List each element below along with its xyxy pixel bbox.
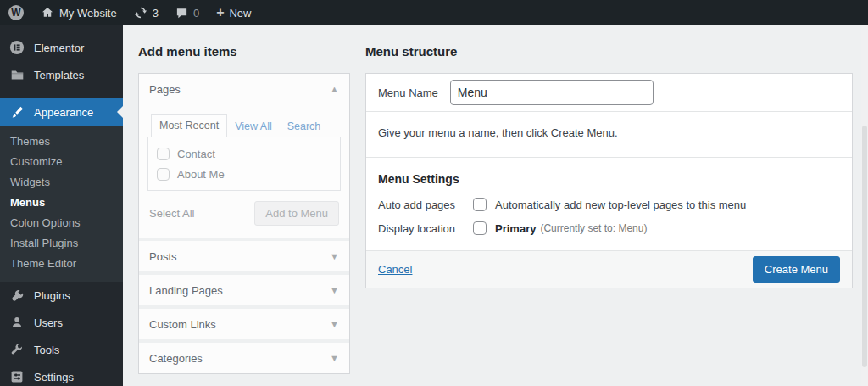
updates-button[interactable]: 3 [125,0,167,25]
chevron-down-icon: ▼ [330,353,339,363]
auto-add-pages-text: Automatically add new top-level pages to… [495,199,746,211]
menu-actions-footer: Cancel Create Menu [366,250,852,288]
comment-icon [175,7,188,20]
sidebar-item-label: Templates [34,69,84,81]
sidebar-item-templates[interactable]: Templates [0,61,123,88]
elementor-icon [8,40,25,55]
custom-links-section-label: Custom Links [149,318,216,331]
menu-name-label: Menu Name [378,87,438,99]
page-scrollbar [861,25,868,386]
accordion-section-posts: Posts ▼ [139,238,349,271]
submenu-item-themes[interactable]: Themes [0,131,123,152]
sidebar-item-users[interactable]: Users [0,309,123,336]
chevron-up-icon: ▲ [330,84,339,94]
sidebar-item-tools[interactable]: Tools [0,336,123,363]
pages-controls: Select All Add to Menu [147,191,341,238]
home-icon [41,6,54,20]
pages-tabs: Most Recent View All Search [147,114,341,137]
tab-search[interactable]: Search [280,115,329,137]
user-icon [8,316,25,329]
sliders-icon [8,370,25,383]
add-menu-items-title: Add menu items [138,44,350,59]
menu-structure-title: Menu structure [365,44,853,59]
create-menu-button[interactable]: Create Menu [753,256,840,283]
updates-icon [134,6,147,20]
new-label: New [229,7,251,20]
sidebar-item-label: Users [34,316,63,329]
submenu-item-install-plugins[interactable]: Install Plugins [0,233,123,254]
select-all-link[interactable]: Select All [149,207,194,220]
paintbrush-icon [8,105,25,120]
admin-sidebar: Elementor Templates Appearance Themes Cu… [0,25,123,386]
scrollbar-thumb[interactable] [862,126,867,367]
wordpress-logo-button[interactable]: W [0,0,32,25]
sidebar-item-label: Elementor [34,42,84,54]
menu-helper-text: Give your menu a name, then click Create… [366,111,852,157]
comments-button[interactable]: 0 [167,0,208,25]
landing-pages-section-label: Landing Pages [149,284,223,297]
contact-checkbox[interactable] [157,148,170,160]
admin-bar: W My Website 3 0 + New [0,0,868,25]
cancel-link[interactable]: Cancel [378,263,412,276]
auto-add-pages-row: Auto add pages Automatically add new top… [378,198,840,211]
sidebar-item-elementor[interactable]: Elementor [0,34,123,61]
submenu-item-theme-editor[interactable]: Theme Editor [0,254,123,274]
display-location-row: Display location Primary (Currently set … [378,221,840,235]
about-me-checkbox[interactable] [157,168,170,181]
menu-name-input[interactable] [450,80,654,105]
wordpress-logo-icon: W [8,5,24,20]
submenu-item-colon-options[interactable]: Colon Options [0,213,123,233]
sidebar-item-label: Settings [34,371,74,383]
page-item-about-me: About Me [157,165,331,186]
wrench-icon [8,343,25,356]
accordion-section-custom-links: Custom Links ▼ [139,305,349,339]
submenu-item-menus[interactable]: Menus [0,193,123,213]
auto-add-pages-label: Auto add pages [378,199,473,211]
update-count: 3 [153,7,159,20]
menu-name-row: Menu Name [366,74,852,111]
site-name-label: My Website [59,7,117,20]
pages-checklist: Contact About Me [147,137,341,191]
pages-section-label: Pages [149,83,181,96]
submenu-item-customize[interactable]: Customize [0,152,123,172]
posts-section-header[interactable]: Posts ▼ [139,241,349,271]
accordion-section-landing-pages: Landing Pages ▼ [139,271,349,305]
plus-icon: + [216,6,224,20]
landing-pages-section-header[interactable]: Landing Pages ▼ [139,275,349,305]
custom-links-section-header[interactable]: Custom Links ▼ [139,309,349,339]
menu-settings-title: Menu Settings [378,172,840,186]
add-to-menu-button[interactable]: Add to Menu [254,201,339,226]
page-item-label: About Me [177,168,225,181]
site-name-button[interactable]: My Website [32,0,125,25]
tab-view-all[interactable]: View All [227,115,280,137]
new-content-button[interactable]: + New [208,0,259,25]
folder-icon [8,68,25,82]
submenu-item-widgets[interactable]: Widgets [0,172,123,193]
tab-most-recent[interactable]: Most Recent [151,114,227,137]
pages-section-header[interactable]: Pages ▲ [139,74,349,104]
accordion-section-categories: Categories ▼ [139,339,349,373]
sidebar-item-label: Appearance [34,106,93,119]
chevron-down-icon: ▼ [330,251,339,261]
auto-add-pages-checkbox[interactable] [473,198,487,211]
content-area: Add menu items Pages ▲ Most Recent View … [123,25,868,386]
page-item-contact: Contact [157,145,331,165]
appearance-submenu: Themes Customize Widgets Menus Colon Opt… [0,126,123,282]
pages-section-body: Most Recent View All Search Contact [139,104,349,238]
sidebar-separator [0,88,123,98]
chevron-down-icon: ▼ [330,285,339,295]
plug-icon [8,288,25,303]
categories-section-header[interactable]: Categories ▼ [139,343,349,373]
sidebar-item-plugins[interactable]: Plugins [0,282,123,309]
posts-section-label: Posts [149,250,177,263]
sidebar-item-settings[interactable]: Settings [0,363,123,386]
current-location-note: (Currently set to: Menu) [540,222,647,234]
menu-items-accordion: Pages ▲ Most Recent View All Search C [138,73,350,374]
primary-location-checkbox[interactable] [473,221,487,235]
sidebar-item-label: Plugins [34,289,70,302]
sidebar-item-appearance[interactable]: Appearance [0,98,123,126]
accordion-section-pages: Pages ▲ Most Recent View All Search C [139,74,349,238]
menu-settings-section: Menu Settings Auto add pages Automatical… [366,157,852,250]
sidebar-item-label: Tools [34,344,59,356]
menu-structure-panel: Menu Name Give your menu a name, then cl… [365,73,853,288]
